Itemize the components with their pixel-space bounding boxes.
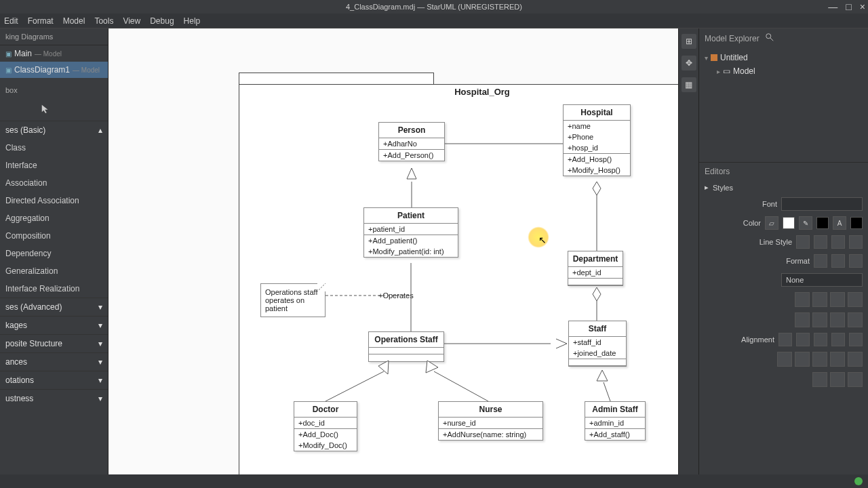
- toolbox-classes-advanced[interactable]: ses (Advanced)▾: [0, 298, 108, 316]
- tool-aggregation[interactable]: Aggregation: [0, 209, 108, 227]
- menu-model[interactable]: Model: [63, 16, 85, 26]
- show-buttons: [699, 310, 868, 330]
- fill-color-icon[interactable]: ▱: [765, 216, 778, 230]
- tool-interface-realization[interactable]: Interface Realization: [0, 280, 108, 298]
- class-doctor[interactable]: Doctor +doc_id +Add_Doc() +Modify_Doc(): [294, 401, 357, 451]
- cursor-icon: ↖: [538, 235, 547, 245]
- menu-debug[interactable]: Debug: [150, 16, 174, 26]
- vis-1-icon[interactable]: [795, 292, 810, 307]
- tree-model[interactable]: ▸ ▭ Model: [705, 64, 863, 78]
- linestyle-rect-icon[interactable]: [796, 235, 810, 249]
- grid-icon[interactable]: ▦: [682, 77, 696, 92]
- expand-icon: ▾: [98, 339, 102, 348]
- toolbox-composite[interactable]: posite Structure▾: [0, 334, 108, 352]
- linestyle-oblique-icon[interactable]: [814, 235, 827, 249]
- dist-1-icon[interactable]: [777, 352, 792, 367]
- expand-icon: ▾: [98, 375, 102, 385]
- size-2-icon[interactable]: [830, 372, 845, 387]
- size-1-icon[interactable]: [812, 372, 827, 387]
- tree-root[interactable]: ▾ Untitled: [705, 51, 863, 64]
- class-staff[interactable]: Staff +staff_id +joined_date: [568, 321, 627, 367]
- format-3-icon[interactable]: [849, 254, 863, 268]
- menu-tools[interactable]: Tools: [94, 16, 113, 26]
- dist-3-icon[interactable]: [812, 352, 827, 367]
- distribute-buttons: [699, 349, 868, 369]
- chevron-down-icon: ▾: [705, 54, 708, 62]
- show-3-icon[interactable]: [830, 312, 845, 327]
- line-color-icon[interactable]: ✎: [799, 216, 812, 230]
- font-select[interactable]: [781, 197, 863, 211]
- diagram-icon: ▣: [5, 50, 12, 58]
- format-1-icon[interactable]: [814, 254, 827, 268]
- tool-interface[interactable]: Interface: [0, 157, 108, 174]
- show-4-icon[interactable]: [848, 312, 863, 327]
- package-tab[interactable]: [239, 73, 434, 85]
- format-2-icon[interactable]: [831, 254, 845, 268]
- toolbox-robustness[interactable]: ustness▾: [0, 389, 108, 407]
- extension-icon[interactable]: ⊞: [682, 34, 696, 49]
- editors-header: Editors: [699, 162, 868, 180]
- linestyle-curve-icon[interactable]: [849, 235, 863, 249]
- minimize-button[interactable]: —: [828, 1, 837, 12]
- class-admin-staff[interactable]: Admin Staff +admin_id +Add_staff(): [585, 401, 646, 441]
- tool-dependency[interactable]: Dependency: [0, 245, 108, 262]
- vis-2-icon[interactable]: [812, 292, 827, 307]
- styles-row[interactable]: ▸ Styles: [699, 180, 868, 195]
- maximize-button[interactable]: □: [846, 1, 851, 12]
- note-operations[interactable]: Operations staff operates on patient: [260, 283, 326, 317]
- menu-edit[interactable]: Edit: [4, 16, 18, 26]
- tool-association[interactable]: Association: [0, 174, 108, 192]
- show-2-icon[interactable]: [812, 312, 827, 327]
- fill-color-swatch[interactable]: [783, 217, 795, 229]
- toolbox-instances[interactable]: ances▾: [0, 352, 108, 371]
- expand-icon: ▾: [98, 321, 102, 330]
- tool-generalization[interactable]: Generalization: [0, 262, 108, 280]
- tool-directed-association[interactable]: Directed Association: [0, 192, 108, 209]
- search-icon[interactable]: [765, 33, 863, 44]
- menubar: Edit Format Model Tools View Debug Help: [0, 14, 868, 28]
- toolbox-classes-basic[interactable]: ses (Basic) ▴: [0, 121, 108, 139]
- menu-format[interactable]: Format: [28, 16, 54, 26]
- pointer-tool[interactable]: [0, 98, 108, 121]
- class-department[interactable]: Department +dept_id: [568, 251, 623, 286]
- tool-composition[interactable]: Composition: [0, 227, 108, 245]
- class-nurse[interactable]: Nurse +nurse_id +AddNurse(name: string): [438, 401, 543, 441]
- size-3-icon[interactable]: [848, 372, 863, 387]
- package-title: Hospital_Org: [239, 87, 678, 97]
- toolbox-annotations[interactable]: otations▾: [0, 371, 108, 389]
- diagram-classdiagram1[interactable]: ▣ ClassDiagram1 — Model: [0, 62, 108, 78]
- vis-4-icon[interactable]: [848, 292, 863, 307]
- align-middle-icon[interactable]: [849, 333, 863, 346]
- align-right-icon[interactable]: [814, 333, 827, 346]
- dist-2-icon[interactable]: [795, 352, 810, 367]
- class-hospital[interactable]: Hospital +name +Phone +hosp_id +Add_Hosp…: [563, 104, 631, 176]
- class-operations-staff[interactable]: Operations Staff: [368, 331, 444, 362]
- linestyle-rounded-icon[interactable]: [831, 235, 845, 249]
- svg-line-17: [770, 38, 773, 41]
- align-left-icon[interactable]: [778, 333, 792, 346]
- canvas[interactable]: Hospital_Org Person +AdharNo +Add_Person…: [108, 28, 678, 488]
- close-button[interactable]: ×: [860, 1, 865, 12]
- text-color-icon[interactable]: A: [833, 216, 846, 230]
- svg-point-16: [766, 34, 770, 39]
- menu-help[interactable]: Help: [184, 16, 201, 26]
- text-color-swatch[interactable]: [850, 217, 863, 229]
- line-color-swatch[interactable]: [816, 217, 829, 229]
- menu-view[interactable]: View: [123, 16, 140, 26]
- dist-5-icon[interactable]: [848, 352, 863, 367]
- align-center-icon[interactable]: [796, 333, 810, 346]
- class-patient[interactable]: Patient +patient_id +Add_patient() +Modi…: [363, 207, 458, 258]
- show-1-icon[interactable]: [795, 312, 810, 327]
- class-person[interactable]: Person +AdharNo +Add_Person(): [378, 122, 445, 161]
- stereotype-select[interactable]: None: [781, 273, 863, 287]
- toolbox-packages[interactable]: kages▾: [0, 316, 108, 334]
- tool-class[interactable]: Class: [0, 139, 108, 157]
- align-top-icon[interactable]: [831, 333, 845, 346]
- color-label: Color: [743, 219, 761, 227]
- expand-icon: ▾: [98, 357, 102, 367]
- visibility-buttons: [699, 289, 868, 310]
- move-icon[interactable]: ✥: [682, 56, 696, 70]
- dist-4-icon[interactable]: [830, 352, 845, 367]
- diagram-main[interactable]: ▣ Main — Model: [0, 45, 108, 62]
- vis-3-icon[interactable]: [830, 292, 845, 307]
